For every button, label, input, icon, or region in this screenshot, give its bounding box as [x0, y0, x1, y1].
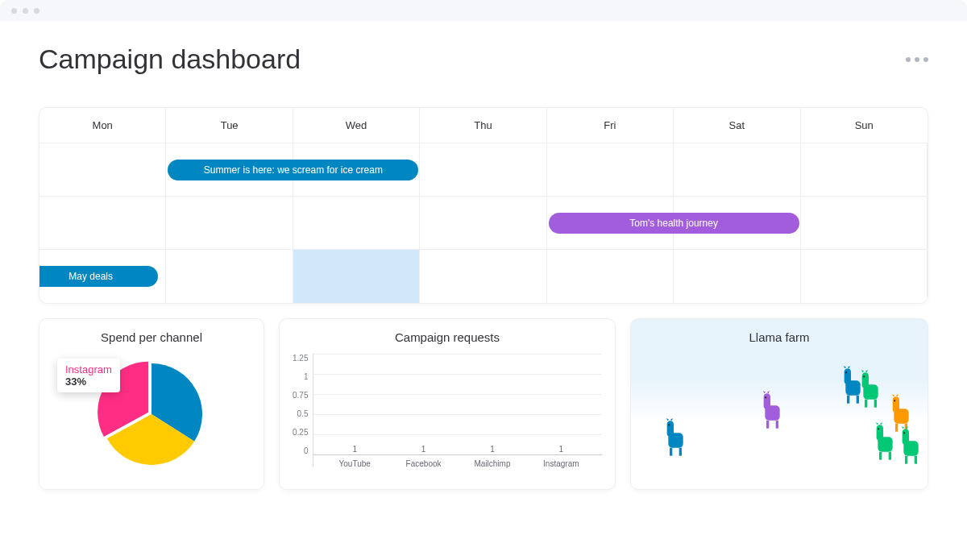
- svg-point-22: [894, 400, 895, 401]
- x-axis-label: Mailchimp: [458, 459, 526, 468]
- calendar-cell[interactable]: [293, 197, 420, 249]
- tooltip-label: Instagram: [65, 363, 112, 375]
- calendar-cell[interactable]: [166, 250, 293, 303]
- svg-rect-13: [847, 396, 849, 404]
- calendar-cell[interactable]: [293, 250, 420, 303]
- svg-rect-28: [879, 452, 882, 460]
- svg-rect-4: [679, 448, 682, 456]
- svg-point-2: [668, 424, 670, 425]
- calendar-day-header: Thu: [420, 108, 546, 143]
- calendar-day-header: Tue: [166, 108, 293, 143]
- traffic-light-dot: [11, 8, 17, 14]
- x-axis-label: Instagram: [527, 459, 596, 468]
- calendar-row: Summer is here: we scream for ice cream: [39, 143, 928, 197]
- svg-point-17: [863, 375, 865, 377]
- svg-rect-33: [905, 456, 907, 464]
- x-axis-label: YouTube: [320, 459, 388, 468]
- llama-icon[interactable]: [757, 391, 784, 431]
- calendar-cell[interactable]: [547, 250, 674, 303]
- calendar-cell[interactable]: [547, 143, 674, 196]
- llama-icon[interactable]: [660, 418, 687, 458]
- traffic-light-dot: [34, 8, 39, 14]
- svg-point-32: [903, 432, 905, 433]
- pie-tooltip: Instagram 33%: [57, 359, 120, 392]
- calendar-cell[interactable]: [420, 250, 546, 303]
- svg-rect-34: [915, 456, 917, 464]
- svg-rect-6: [764, 393, 770, 409]
- calendar-event-pill[interactable]: Summer is here: we scream for ice cream: [168, 160, 418, 180]
- bar-value-label: 1: [559, 445, 564, 454]
- y-axis-tick: 1: [293, 372, 308, 381]
- calendar-event-pill[interactable]: Tom's health journey: [549, 213, 799, 234]
- page-title: Campaign dashboard: [39, 44, 301, 75]
- calendar-cell[interactable]: [166, 197, 293, 249]
- calendar-cell[interactable]: [674, 250, 800, 303]
- calendar-cell[interactable]: [801, 143, 928, 196]
- calendar-event-pill[interactable]: May deals: [39, 266, 158, 287]
- y-axis-tick: 0: [293, 446, 308, 455]
- calendar-day-header: Wed: [293, 108, 420, 143]
- bar-chart[interactable]: 1.2510.750.50.250 1111 YouTubeFacebookMa…: [293, 354, 602, 467]
- bar-value-label: 1: [421, 445, 426, 454]
- card-title: Campaign requests: [293, 330, 602, 344]
- calendar-day-header: Sat: [674, 108, 800, 143]
- llama-farm-card: Llama farm: [630, 318, 928, 490]
- calendar-cell[interactable]: [801, 250, 928, 303]
- traffic-light-dot: [23, 8, 28, 14]
- svg-rect-1: [667, 421, 674, 437]
- calendar-cell[interactable]: [420, 197, 546, 249]
- svg-rect-11: [845, 368, 851, 384]
- svg-rect-21: [893, 396, 899, 413]
- calendar-cell[interactable]: [674, 143, 800, 196]
- calendar-cell[interactable]: [420, 143, 546, 196]
- llama-icon[interactable]: [895, 426, 923, 467]
- svg-rect-19: [874, 400, 877, 408]
- svg-rect-9: [776, 421, 778, 429]
- y-axis-tick: 0.25: [293, 428, 308, 437]
- y-axis-tick: 0.75: [293, 391, 308, 400]
- calendar-day-header: Fri: [547, 108, 674, 143]
- y-axis-tick: 0.5: [293, 409, 308, 418]
- x-axis-label: Facebook: [389, 459, 458, 468]
- bar-value-label: 1: [490, 445, 495, 454]
- calendar-row: May deals: [39, 250, 928, 303]
- card-title: Llama farm: [644, 330, 915, 344]
- llama-icon[interactable]: [869, 422, 897, 463]
- more-menu-button[interactable]: [906, 57, 928, 62]
- calendar-cell[interactable]: [39, 197, 166, 249]
- svg-rect-31: [903, 429, 909, 445]
- llama-field[interactable]: [644, 354, 915, 475]
- spend-per-channel-card: Spend per channel Instagram 33%: [39, 318, 264, 490]
- window-chrome: [0, 0, 967, 21]
- calendar-day-header: Mon: [39, 108, 166, 143]
- calendar-cell[interactable]: [801, 197, 928, 249]
- calendar-cell[interactable]: [39, 143, 166, 196]
- bar-value-label: 1: [352, 445, 357, 454]
- calendar-day-header: Sun: [801, 108, 928, 143]
- svg-point-27: [878, 428, 879, 429]
- tooltip-value: 33%: [65, 375, 112, 388]
- svg-rect-3: [670, 448, 672, 456]
- campaign-requests-card: Campaign requests 1.2510.750.50.250 1111…: [279, 318, 616, 490]
- y-axis-tick: 1.25: [293, 354, 308, 363]
- svg-rect-29: [889, 452, 891, 460]
- svg-rect-18: [865, 400, 867, 408]
- svg-point-7: [765, 396, 766, 398]
- svg-rect-8: [766, 421, 769, 429]
- calendar-row: Tom's health journey: [39, 197, 928, 250]
- card-title: Spend per channel: [52, 330, 251, 344]
- svg-rect-26: [877, 425, 883, 441]
- svg-rect-16: [862, 372, 869, 388]
- svg-point-12: [845, 371, 847, 373]
- calendar-widget: MonTueWedThuFriSatSun Summer is here: we…: [39, 107, 928, 304]
- llama-icon[interactable]: [855, 370, 882, 410]
